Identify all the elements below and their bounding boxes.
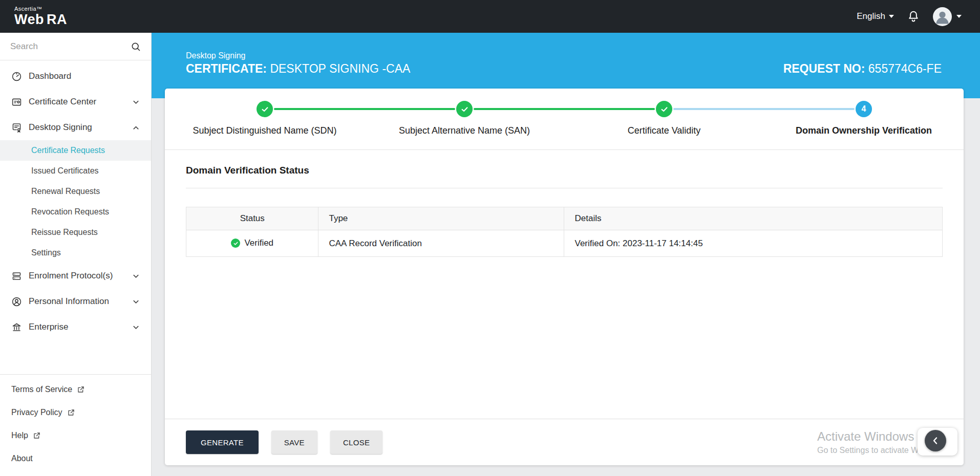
sidebar-item-label: Certificate Center [29, 97, 125, 107]
language-label: English [857, 11, 885, 21]
wizard-card: Subject Distinguished Name (SDN) Subject… [165, 89, 964, 465]
bank-icon [11, 322, 22, 333]
chevron-left-icon [930, 436, 941, 446]
footer-link-label: About [11, 454, 33, 463]
section-divider [186, 188, 943, 188]
sidebar-item-label: Dashboard [29, 71, 140, 81]
status-text: Verified [244, 238, 273, 248]
request-number: REQUEST NO: 655774C6-FE [783, 62, 942, 76]
sidebar-item-personal-information[interactable]: Personal Information [0, 289, 151, 314]
sidebar-item-label: Enterprise [29, 322, 125, 332]
link-terms-of-service[interactable]: Terms of Service [0, 378, 151, 401]
step-label: Certificate Validity [628, 125, 701, 136]
sidebar-subitem-label: Reissue Requests [31, 228, 98, 237]
avatar [933, 7, 952, 26]
chevron-down-icon [132, 298, 140, 306]
id-card-icon [11, 97, 22, 107]
external-link-icon [33, 431, 41, 440]
brand-ra: RA [47, 12, 67, 27]
step-complete-check-icon [257, 101, 273, 117]
sidebar-item-label: Enrolment Protocol(s) [29, 271, 125, 281]
table-header-row: Status Type Details [186, 207, 943, 230]
step-certificate-validity[interactable]: Certificate Validity [564, 101, 764, 136]
details-cell: Verified On: 2023-11-17 14:14:45 [564, 230, 943, 257]
collapse-panel-button[interactable] [925, 430, 946, 451]
search-icon[interactable] [131, 41, 141, 52]
column-header-type: Type [318, 207, 564, 230]
step-complete-check-icon [456, 101, 473, 117]
link-privacy-policy[interactable]: Privacy Policy [0, 401, 151, 424]
sidebar-item-dashboard[interactable]: Dashboard [0, 63, 151, 89]
type-cell: CAA Record Verification [318, 230, 564, 257]
sidebar: Dashboard Certificate Center [0, 33, 152, 476]
sidebar-subitem-revocation-requests[interactable]: Revocation Requests [0, 202, 151, 222]
notifications-bell-icon[interactable] [906, 9, 921, 24]
wizard-body: Domain Verification Status Status Type D… [165, 150, 964, 419]
wizard-footer: GENERATE SAVE CLOSE [165, 419, 964, 465]
sidebar-search [0, 33, 151, 60]
footer-link-label: Help [11, 431, 28, 440]
main-layout: Dashboard Certificate Center [0, 33, 980, 476]
step-complete-check-icon [656, 101, 672, 117]
page-header-left: Desktop Signing CERTIFICATE: DESKTOP SIG… [186, 51, 410, 76]
user-menu[interactable] [933, 7, 962, 26]
footer-link-label: Terms of Service [11, 385, 72, 394]
sidebar-subitem-label: Certificate Requests [31, 146, 105, 155]
step-domain-ownership-verification[interactable]: 4 Domain Ownership Verification [764, 101, 964, 136]
section-title: Domain Verification Status [186, 165, 943, 176]
sidebar-subitem-renewal-requests[interactable]: Renewal Requests [0, 181, 151, 202]
request-number-value: 655774C6-FE [868, 62, 942, 75]
sidebar-subitem-reissue-requests[interactable]: Reissue Requests [0, 222, 151, 243]
link-about[interactable]: About [0, 447, 151, 470]
page-title-label: CERTIFICATE: [186, 62, 267, 75]
request-number-label: REQUEST NO: [783, 62, 865, 75]
generate-button[interactable]: GENERATE [186, 430, 259, 454]
chevron-down-icon [132, 323, 140, 331]
search-input[interactable] [10, 41, 125, 52]
close-button[interactable]: CLOSE [330, 430, 382, 454]
sidebar-item-enterprise[interactable]: Enterprise [0, 314, 151, 340]
link-help[interactable]: Help [0, 424, 151, 447]
step-label: Subject Alternative Name (SAN) [399, 125, 530, 136]
app-logo: Ascertia™ WebRA [14, 6, 67, 27]
step-number-badge: 4 [856, 101, 872, 117]
wizard-stepper: Subject Distinguished Name (SDN) Subject… [165, 89, 964, 150]
main-content: Desktop Signing CERTIFICATE: DESKTOP SIG… [152, 33, 980, 476]
chevron-down-icon [132, 272, 140, 280]
server-icon [11, 271, 22, 282]
sidebar-subitem-label: Settings [31, 248, 61, 257]
brand-web: Web [14, 12, 44, 27]
step-label: Subject Distinguished Name (SDN) [193, 125, 336, 136]
sidebar-item-enrolment-protocols[interactable]: Enrolment Protocol(s) [0, 263, 151, 289]
sidebar-item-certificate-center[interactable]: Certificate Center [0, 89, 151, 115]
external-link-icon [77, 385, 85, 394]
brand-webra: WebRA [14, 13, 67, 27]
status-cell: Verified [186, 230, 318, 257]
step-label: Domain Ownership Verification [796, 125, 932, 136]
page-title: CERTIFICATE: DESKTOP SIGNING -CAA [186, 62, 410, 76]
sidebar-subitem-settings[interactable]: Settings [0, 243, 151, 263]
topbar: Ascertia™ WebRA English [0, 0, 980, 33]
sidebar-subitem-issued-certificates[interactable]: Issued Certificates [0, 161, 151, 181]
sidebar-item-desktop-signing[interactable]: Desktop Signing [0, 115, 151, 140]
column-header-details: Details [564, 207, 943, 230]
language-selector[interactable]: English [857, 11, 894, 21]
chevron-down-icon [132, 98, 140, 106]
topbar-right: English [857, 7, 962, 26]
sidebar-nav: Dashboard Certificate Center [0, 60, 151, 340]
step-san[interactable]: Subject Alternative Name (SAN) [365, 101, 564, 136]
sidebar-subitem-certificate-requests[interactable]: Certificate Requests [0, 140, 151, 161]
sidebar-subitem-label: Revocation Requests [31, 207, 109, 217]
external-link-icon [67, 408, 75, 417]
sidebar-item-label: Personal Information [29, 296, 125, 307]
caret-down-icon [956, 15, 962, 18]
sidebar-footer: Terms of Service Privacy Policy Help Abo… [0, 374, 151, 476]
sidebar-subitem-label: Issued Certificates [31, 166, 99, 176]
certificate-icon [11, 122, 22, 133]
sidebar-subitem-label: Renewal Requests [31, 187, 100, 196]
brand-ascertia: Ascertia™ [14, 6, 67, 12]
table-row: Verified CAA Record Verification Verifie… [186, 230, 943, 257]
step-sdn[interactable]: Subject Distinguished Name (SDN) [165, 101, 365, 136]
save-button[interactable]: SAVE [271, 430, 317, 454]
check-circle-icon [231, 239, 240, 248]
